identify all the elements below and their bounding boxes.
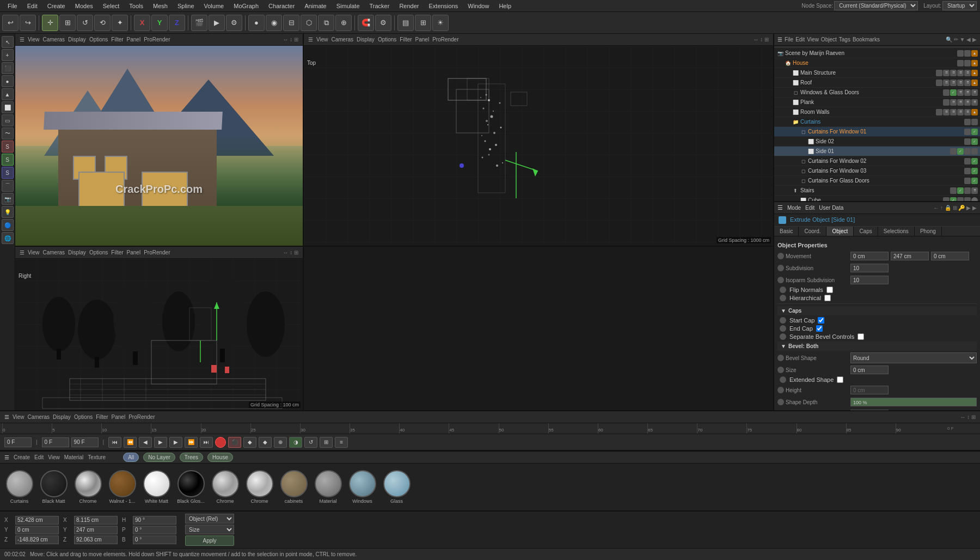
vp3d-filter[interactable]: Filter — [111, 36, 123, 42]
obj-row-house[interactable]: 🏠 House ▲ — [774, 58, 980, 68]
menu-tools[interactable]: Tools — [125, 2, 148, 10]
tab-basic[interactable]: Basic — [774, 227, 799, 236]
menu-file[interactable]: File — [3, 2, 22, 10]
keyframe3-btn[interactable]: ⊕ — [274, 437, 287, 448]
obj-row-curtains-w01[interactable]: ◻ Curtains For Window 01 ✓ — [774, 127, 980, 137]
vp3d-panel[interactable]: Panel — [127, 36, 141, 42]
obj-row-windows-glass[interactable]: ◻ Windows & Glass Doors ✓ ⠿ ⠿ ⠿ — [774, 88, 980, 98]
extended-shape-checkbox[interactable] — [837, 376, 843, 383]
vp3d-prorender[interactable]: ProRender — [144, 36, 170, 42]
menu-simulate[interactable]: Simulate — [332, 2, 364, 10]
menu-volume[interactable]: Volume — [200, 2, 229, 10]
vptop-options[interactable]: Options — [378, 36, 396, 42]
vpright-display[interactable]: Display — [68, 249, 86, 255]
menu-create[interactable]: Create — [43, 2, 70, 10]
viewport-top[interactable]: ☰ View Cameras Display Options Filter Pa… — [304, 34, 773, 246]
end-frame-input[interactable] — [71, 437, 99, 447]
material-blackglos[interactable]: Black Glos... — [176, 470, 206, 504]
obj-row-side01[interactable]: ⬜ Side 01 ✓ — [774, 147, 980, 156]
layout-select[interactable]: Startup — [942, 1, 977, 10]
undo-button[interactable]: ↩ — [2, 15, 19, 31]
om-menu-edit[interactable]: Edit — [795, 36, 805, 42]
left-tool-s3[interactable]: S — [2, 167, 14, 179]
vp3d-menu-icon[interactable]: ☰ — [20, 36, 24, 42]
prev-frame-btn[interactable]: ◀ — [139, 437, 152, 448]
universal-tool[interactable]: ✦ — [112, 15, 128, 31]
play-btn[interactable]: ▶ — [154, 437, 167, 448]
bevel-both-header[interactable]: ▼ Bevel: Both — [777, 342, 977, 351]
obj-row-cube[interactable]: ⬜ Cube ✓ — [774, 196, 980, 201]
loop-btn[interactable]: ↺ — [304, 437, 317, 448]
size-input[interactable] — [850, 366, 889, 374]
menu-select[interactable]: Select — [99, 2, 124, 10]
obj-row-main-structure[interactable]: ⬜ Main Structure ⠿ ⠿ ⠿ ⠿ ▲ — [774, 68, 980, 78]
left-tool-spline[interactable]: 〜 — [2, 127, 14, 139]
om-menu-bookmarks[interactable]: Bookmarks — [853, 36, 880, 42]
left-tool-bend[interactable]: ⌒ — [2, 180, 14, 192]
material-cabinets[interactable]: cabinets — [279, 470, 309, 504]
menu-tracker[interactable]: Tracker — [365, 2, 394, 10]
left-tool-sphere[interactable]: ● — [2, 75, 14, 87]
node-space-select[interactable]: Current (Standard/Physical) — [834, 1, 918, 10]
mat-menu-icon[interactable]: ☰ — [4, 454, 9, 460]
filter-nolayer[interactable]: No Layer — [143, 453, 175, 462]
movement-x-input[interactable] — [850, 252, 889, 260]
filter-trees[interactable]: Trees — [180, 453, 203, 462]
mat-material[interactable]: Material — [64, 454, 84, 460]
next-frame-btn[interactable]: ▶ — [169, 437, 182, 448]
tab-phong[interactable]: Phong — [915, 227, 942, 236]
grid-btn[interactable]: ⊞ — [415, 15, 431, 31]
height-input[interactable] — [850, 386, 889, 394]
next-key-btn[interactable]: ⏩ — [185, 437, 198, 448]
pos-z-input[interactable] — [15, 535, 59, 544]
menu-extensions[interactable]: Extensions — [424, 2, 462, 10]
obj-row-curtains-w03[interactable]: ◻ Curtains For Window 03 ✓ — [774, 166, 980, 176]
render-settings[interactable]: ⚙ — [226, 15, 242, 31]
obj-row-room-walls[interactable]: ⬜ Room Walls ⠿ ⠿ ⠿ ⠿ ▲ — [774, 107, 980, 117]
tl-cameras[interactable]: Cameras — [28, 414, 50, 420]
start-cap-checkbox[interactable] — [818, 317, 824, 324]
model-mode[interactable]: ● — [248, 15, 265, 31]
vptop-prorender[interactable]: ProRender — [432, 36, 458, 42]
obj-row-stairs[interactable]: ⬆ Stairs ✓ ⠿ — [774, 186, 980, 196]
left-tool-cone[interactable]: ▲ — [2, 88, 14, 100]
hierarchical-checkbox[interactable] — [824, 295, 831, 301]
rotate-tool[interactable]: ↺ — [77, 15, 93, 31]
list-btn[interactable]: ≡ — [335, 437, 348, 448]
om-menu-tags[interactable]: Tags — [839, 36, 850, 42]
x-axis[interactable]: X — [134, 15, 150, 31]
mat-create[interactable]: Create — [14, 454, 30, 460]
vpright-menu-icon[interactable]: ☰ — [20, 249, 24, 255]
vpright-prorender[interactable]: ProRender — [144, 249, 170, 255]
tl-view[interactable]: View — [13, 414, 24, 420]
left-tool-plane[interactable]: ▭ — [2, 114, 14, 126]
material-whitematt[interactable]: White Matt — [142, 470, 171, 504]
menu-character[interactable]: Character — [264, 2, 299, 10]
snap-settings[interactable]: ⚙ — [375, 15, 391, 31]
mat-texture[interactable]: Texture — [88, 454, 106, 460]
props-userdata-label[interactable]: User Data — [819, 205, 843, 211]
tl-panel[interactable]: Panel — [112, 414, 126, 420]
menu-mograph[interactable]: MoGraph — [229, 2, 263, 10]
size-z-input[interactable] — [74, 535, 118, 544]
keyframe2-btn[interactable]: ◆ — [259, 437, 272, 448]
material-chrome1[interactable]: Chrome — [73, 470, 103, 504]
menu-spline[interactable]: Spline — [173, 2, 199, 10]
size-y-input[interactable] — [74, 526, 118, 534]
transform-tool[interactable]: ⟲ — [94, 15, 111, 31]
vptop-menu-icon[interactable]: ☰ — [308, 36, 313, 42]
redo-button[interactable]: ↪ — [20, 15, 36, 31]
left-tool-s1[interactable]: S — [2, 141, 14, 153]
menu-animate[interactable]: Animate — [300, 2, 330, 10]
vptop-cameras[interactable]: Cameras — [332, 36, 354, 42]
viewport-right[interactable]: ☰ View Cameras Display Options Filter Pa… — [15, 247, 304, 410]
weld-tool[interactable]: ⊕ — [335, 15, 352, 31]
size-x-input[interactable] — [74, 516, 118, 525]
y-axis[interactable]: Y — [151, 15, 168, 31]
start-frame-input[interactable] — [42, 437, 69, 447]
vpright-filter[interactable]: Filter — [111, 249, 123, 255]
edge-mode[interactable]: ⊟ — [283, 15, 299, 31]
mat-edit[interactable]: Edit — [34, 454, 44, 460]
menu-edit[interactable]: Edit — [23, 2, 42, 10]
size-mode-select[interactable]: Size Scale — [185, 525, 234, 534]
